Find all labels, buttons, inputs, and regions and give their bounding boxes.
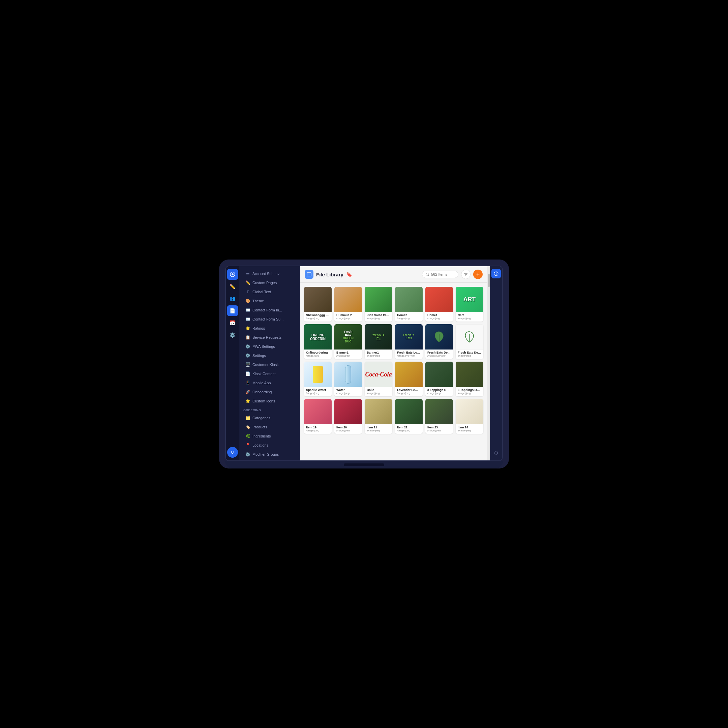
search-icon xyxy=(426,273,430,276)
file-card-image xyxy=(334,399,362,424)
file-card[interactable]: ONLINEORDERIN Onlineordering image/jpeg xyxy=(304,324,332,359)
file-card-info: Item 21 image/jpeg xyxy=(365,424,392,434)
sidebar-item-settings[interactable]: ⚙️ Settings xyxy=(241,351,298,360)
sidebar-item-categories[interactable]: 🗂️ Categories xyxy=(241,413,298,422)
sidebar-icon-modifiers: ⚙️ xyxy=(245,452,250,457)
file-card[interactable]: Hummus 2 image/jpeg xyxy=(334,287,362,321)
file-card-name: Fresh Eats Default 100 xyxy=(458,351,481,354)
file-card-name: Item 23 xyxy=(427,426,451,429)
filter-button[interactable] xyxy=(461,270,471,279)
sidebar-icon-onboarding: 🚀 xyxy=(245,390,250,394)
file-card[interactable]: Item 21 image/jpeg xyxy=(365,399,392,434)
sidebar-item-kiosk-content[interactable]: 📄 Kiosk Content xyxy=(241,369,298,378)
file-card[interactable]: Item 19 image/jpeg xyxy=(304,399,332,434)
file-card[interactable]: Fresh ✦ Eats Fresh Eats Logo image/svg+x… xyxy=(395,324,423,359)
file-card-info: Item 23 image/jpeg xyxy=(425,424,453,434)
file-card-image xyxy=(425,324,453,350)
file-card-type: image/png xyxy=(397,317,421,320)
sidebar-label-ratings: Ratings xyxy=(252,326,265,330)
file-card[interactable]: Fresh Eats Default image/svg+xml xyxy=(425,324,453,359)
sidebar-label-theme: Theme xyxy=(252,299,264,303)
scroll-thumb[interactable] xyxy=(488,274,490,287)
file-card[interactable]: Item 24 image/jpeg xyxy=(456,399,483,434)
file-card[interactable]: Home1 image/png xyxy=(425,287,453,321)
sidebar-item-contact-form-in[interactable]: ✉️ Contact Form In... xyxy=(241,306,298,315)
file-card[interactable]: Item 20 image/jpeg xyxy=(334,399,362,434)
file-card[interactable]: Sparkle Water image/jpeg xyxy=(304,362,332,396)
rail-icon-settings[interactable]: ⚙️ xyxy=(227,330,238,340)
ordering-section-label: Ordering xyxy=(239,406,300,413)
sidebar-icon-categories: 🗂️ xyxy=(245,416,250,420)
file-card-info: Fresh Eats Default 100 image/jpeg xyxy=(456,350,483,359)
sidebar-item-pwa-settings[interactable]: ⚙️ PWA Settings xyxy=(241,342,298,351)
file-card[interactable]: Fresh Eats Default 100 image/jpeg xyxy=(456,324,483,359)
file-card-image: ART xyxy=(456,287,483,312)
file-card[interactable]: ART Cart image/jpeg xyxy=(456,287,483,321)
sidebar-icon-custom-icons: ⭐ xyxy=(245,399,250,404)
right-panel-bell[interactable] xyxy=(491,448,501,458)
rail-icon-logo[interactable] xyxy=(227,269,238,280)
file-card[interactable]: Home2 image/png xyxy=(395,287,423,321)
sidebar-item-custom-pages[interactable]: ✏️ Custom Pages xyxy=(241,278,298,287)
file-card[interactable]: 3 Toppings On Tablec... image/jpeg xyxy=(425,362,453,396)
file-library-text: File Library xyxy=(316,272,343,277)
sidebar-item-modifier-groups[interactable]: ⚙️ Modifier Groups xyxy=(241,450,298,459)
svg-line-3 xyxy=(428,275,430,276)
file-card-name: 3 Toppings On Tablec... xyxy=(427,388,451,392)
sidebar-label-onboarding: Onboarding xyxy=(252,390,272,394)
file-card-name: Item 24 xyxy=(458,426,481,429)
sidebar-item-service-requests[interactable]: 📋 Service Requests xyxy=(241,333,298,342)
sidebar-item-ingredients[interactable]: 🌿 Ingredients xyxy=(241,432,298,440)
file-card-image xyxy=(304,287,332,312)
file-card-type: image/jpeg xyxy=(306,392,330,395)
search-bar[interactable] xyxy=(422,271,458,278)
file-card[interactable]: fresh ✦ Ea Banner1 image/jpeg xyxy=(365,324,392,359)
rail-icon-users[interactable]: 👥 xyxy=(227,293,238,304)
file-card[interactable]: Coca-Cola Coke image/jpeg xyxy=(365,362,392,396)
sidebar-item-theme[interactable]: 🎨 Theme xyxy=(241,297,298,305)
file-card-name: Item 22 xyxy=(397,426,421,429)
sidebar-item-custom-icons[interactable]: ⭐ Custom Icons xyxy=(241,397,298,405)
file-card-info: Banner1 image/jpeg xyxy=(365,350,392,359)
file-card-type: image/jpeg xyxy=(306,317,330,320)
right-panel-icon-info[interactable] xyxy=(491,269,501,278)
add-button[interactable]: + xyxy=(473,270,483,279)
file-card[interactable]: 3 Toppings On Tablec... image/jpeg xyxy=(456,362,483,396)
top-bar-actions: + xyxy=(422,270,483,279)
file-card-name: Sparkle Water xyxy=(306,388,330,392)
file-card[interactable]: Kids Salad Blue Angle image/jpeg xyxy=(365,287,392,321)
sidebar-item-mobile-app[interactable]: 📱 Mobile App xyxy=(241,378,298,387)
search-input[interactable] xyxy=(431,272,455,276)
sidebar-item-ratings[interactable]: ⭐ Ratings xyxy=(241,324,298,333)
sidebar-item-global-text[interactable]: T Global Text xyxy=(241,288,298,296)
file-card[interactable]: Shawnanggg Nmpw ... image/jpeg xyxy=(304,287,332,321)
sidebar-item-customer-kiosk[interactable]: 🖥️ Customer Kiosk xyxy=(241,360,298,369)
rail-icon-file[interactable]: 📄 xyxy=(227,305,238,316)
file-card-info: Coke image/jpeg xyxy=(365,387,392,396)
sidebar-label-settings: Settings xyxy=(252,353,266,358)
file-card-name: Home1 xyxy=(427,314,451,317)
file-card[interactable]: Water image/jpeg xyxy=(334,362,362,396)
file-card-type: image/jpeg xyxy=(336,429,360,432)
file-card[interactable]: Item 23 image/jpeg xyxy=(425,399,453,434)
rail-icon-calendar[interactable]: 📅 xyxy=(227,318,238,328)
file-card-info: Kids Salad Blue Angle image/jpeg xyxy=(365,312,392,321)
leaf-outline-icon xyxy=(463,330,476,344)
sidebar-item-contact-form-su[interactable]: ✉️ Contact Form Su... xyxy=(241,315,298,324)
bookmark-icon[interactable]: 🔖 xyxy=(346,272,352,277)
scroll-track[interactable] xyxy=(487,266,490,460)
sidebar-item-products[interactable]: 🏷️ Products xyxy=(241,423,298,431)
rail-icon-avatar[interactable]: U xyxy=(227,447,238,458)
sidebar-item-account[interactable]: ☰ Account Subnav xyxy=(241,269,298,278)
file-card[interactable]: Fresh EatsGREEN BUC Banner1 image/jpeg xyxy=(334,324,362,359)
sidebar-item-locations[interactable]: 📍 Locations xyxy=(241,441,298,450)
sidebar-icon-pwa: ⚙️ xyxy=(245,344,250,349)
file-card-name: Fresh Eats Logo xyxy=(397,351,421,354)
sidebar-icon-contact-form-in: ✉️ xyxy=(245,308,250,312)
file-card-name: Kids Salad Blue Angle xyxy=(367,314,390,317)
sidebar-item-onboarding[interactable]: 🚀 Onboarding xyxy=(241,388,298,396)
file-card[interactable]: Item 22 image/jpeg xyxy=(395,399,423,434)
file-card[interactable]: Lavendar Lemonade 01 image/jpeg xyxy=(395,362,423,396)
rail-icon-edit[interactable]: ✏️ xyxy=(227,281,238,292)
right-panel xyxy=(490,266,502,460)
